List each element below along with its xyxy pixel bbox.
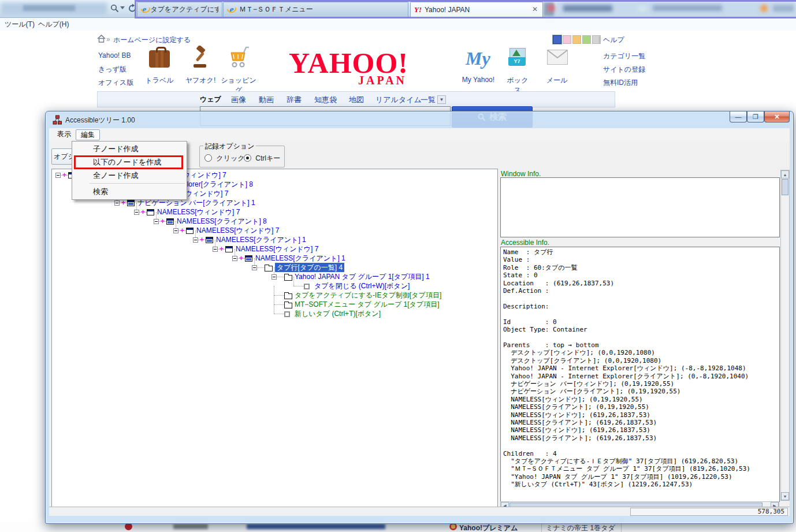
tree-node-label[interactable]: NAMELESS[ウィンドウ] 7: [236, 244, 318, 254]
tree-node-label[interactable]: タブを閉じる (Ctrl+W)[ボタン]: [314, 281, 410, 291]
browser-tab-activate[interactable]: e タブをアクティブにする-Ｉ…: [137, 2, 222, 17]
close-button[interactable]: ✕: [764, 111, 790, 122]
tree-node-label[interactable]: NAMELESS[クライアント] 1: [216, 235, 306, 244]
tree-node-label[interactable]: タブ行[タブの一覧] 4: [275, 263, 344, 272]
link-yahoo-bb[interactable]: Yahoo! BB: [98, 51, 131, 59]
title-bar[interactable]: Accessibleツリー 1.00 — ❐ ✕: [46, 111, 793, 129]
search-tab-web[interactable]: ウェブ: [200, 95, 221, 105]
menu-item-create-nodes-below[interactable]: 以下のノードを作成: [72, 155, 187, 169]
vertical-scrollbar[interactable]: ▲ ▼: [780, 170, 790, 501]
my-yahoo-icon[interactable]: My: [466, 48, 490, 69]
tree-node-label[interactable]: NAMELESS[ウィンドウ] 7: [196, 226, 279, 235]
radio-ctrl-key[interactable]: Ctrlキー: [244, 154, 280, 163]
tree-node[interactable]: +NAMELESS[クライアント] 1: [52, 254, 497, 263]
tree-expand-toggle[interactable]: [213, 247, 218, 252]
menu-item-search[interactable]: 検索: [72, 185, 187, 198]
ie-icon: e: [227, 5, 236, 15]
tree-expand-toggle[interactable]: [114, 200, 120, 206]
yahoo-logo[interactable]: YAHOO! JAPAN: [289, 49, 439, 77]
search-tab-images[interactable]: 画像: [231, 95, 246, 105]
tree-expand-toggle[interactable]: [134, 210, 139, 215]
menu-item-create-all-nodes[interactable]: 全ノード作成: [72, 169, 187, 182]
tree-node-label[interactable]: NAMELESS[クライアント] 8: [177, 217, 267, 226]
tree-node-label[interactable]: MT−SOFTメニュー タブ グループ 1[タブ項目]: [295, 300, 440, 309]
tab-close-icon[interactable]: ✕: [532, 5, 538, 13]
tree-node-label[interactable]: Yahoo! JAPAN タブ グループ 1[タブ項目] 1: [295, 272, 430, 281]
link-kids[interactable]: きっず版: [98, 65, 127, 75]
link-category[interactable]: カテゴリ一覧: [603, 51, 645, 61]
cart-icon[interactable]: [226, 46, 251, 71]
tree-node-label[interactable]: NAMELESS[クライアント] 1: [255, 254, 345, 263]
menu-edit[interactable]: 編集: [76, 129, 100, 140]
tree-node[interactable]: +NAMELESS[ウィンドウ] 7: [52, 207, 497, 217]
scroll-up-icon[interactable]: ▲: [781, 170, 789, 178]
options-button[interactable]: オプシ: [51, 148, 73, 165]
menu-help[interactable]: ヘルプ(H): [38, 20, 69, 29]
radio-click[interactable]: クリック: [204, 154, 244, 163]
theme-blue[interactable]: [553, 35, 561, 44]
vertical-scroll-thumb[interactable]: [782, 179, 788, 195]
tree-expand-toggle[interactable]: [252, 265, 257, 270]
scroll-down-icon[interactable]: ▼: [781, 492, 789, 500]
search-tab-map[interactable]: 地図: [349, 95, 364, 105]
tree-node-label[interactable]: NAMELESS[ウィンドウ] 7: [157, 207, 240, 217]
tree-node[interactable]: MT−SOFTメニュー タブ グループ 1[タブ項目]: [52, 300, 497, 309]
tree-node[interactable]: +NAMELESS[ウィンドウ] 7: [52, 244, 497, 254]
yahoo-help-link[interactable]: ヘルプ: [603, 35, 624, 45]
tree-expand-toggle[interactable]: [232, 256, 237, 261]
set-homepage-link[interactable]: ホームページに設定する: [113, 35, 191, 45]
link-office[interactable]: オフィス版: [98, 78, 133, 88]
minimize-button[interactable]: —: [730, 111, 747, 122]
search-tab-list[interactable]: 一覧: [421, 95, 436, 105]
tree-node[interactable]: 新しいタブ (Ctrl+T)[ボタン]: [52, 309, 497, 318]
tree-expand-toggle[interactable]: [154, 219, 159, 224]
menu-tools[interactable]: ツール(T): [5, 20, 35, 29]
search-tab-dictionary[interactable]: 辞書: [287, 95, 302, 105]
link-free-id[interactable]: 無料ID活用: [603, 78, 638, 88]
theme-pink[interactable]: [563, 35, 571, 44]
service-label-myyahoo[interactable]: My Yahoo!: [460, 76, 497, 84]
theme-color-squares[interactable]: [553, 35, 602, 46]
browser-tab-yahoo[interactable]: Y! Yahoo! JAPAN ✕: [410, 2, 543, 17]
tree-panel[interactable]: +Yahoo! JAPAN - Internet Explorer[ウィンドウ]…: [51, 169, 498, 511]
home-icon[interactable]: [97, 35, 106, 43]
browser-tab-mtsoft[interactable]: e ＭＴ−ＳＯＦＴメニュー: [223, 2, 408, 17]
refresh-icon[interactable]: [128, 3, 137, 13]
search-tab-video[interactable]: 動画: [259, 95, 274, 105]
tree-node[interactable]: タブを閉じる (Ctrl+W)[ボタン]: [52, 281, 497, 291]
premium-link[interactable]: Yahoo!プレミアム: [459, 523, 518, 532]
list-dropdown-icon[interactable]: ▼: [437, 95, 446, 104]
service-label-mail[interactable]: メール: [543, 76, 571, 85]
menu-item-create-child-node[interactable]: 子ノード作成: [72, 142, 187, 155]
mail-icon[interactable]: [547, 50, 568, 65]
service-label-auction[interactable]: ヤフオク!: [184, 76, 217, 85]
theme-green[interactable]: [582, 35, 591, 44]
tree-expand-toggle[interactable]: [55, 173, 61, 178]
search-icon[interactable]: [110, 4, 119, 13]
tree-node[interactable]: タブをアクティブにする-IEタブ制御[タブ項目]: [52, 291, 497, 300]
tree-node[interactable]: +NAMELESS[ウィンドウ] 7: [52, 226, 497, 235]
tree-node[interactable]: Yahoo! JAPAN タブ グループ 1[タブ項目] 1: [52, 272, 497, 281]
box-icon[interactable]: Y7: [508, 48, 526, 66]
theme-orange[interactable]: [572, 35, 581, 44]
tree-expand-toggle[interactable]: [173, 228, 178, 233]
radio-ctrl-icon[interactable]: [244, 154, 251, 162]
promo-link[interactable]: ミナミの帝王 1巻タダ: [546, 523, 615, 532]
tree-node-label[interactable]: タブをアクティブにする-IEタブ制御[タブ項目]: [295, 291, 441, 300]
search-dropdown-icon[interactable]: [120, 6, 125, 9]
gavel-icon[interactable]: [189, 46, 212, 70]
tree-node[interactable]: +NAMELESS[クライアント] 1: [52, 235, 497, 244]
tree-node[interactable]: +NAMELESS[クライアント] 8: [52, 217, 497, 226]
tree-node-label[interactable]: 新しいタブ (Ctrl+T)[ボタン]: [295, 309, 381, 318]
suitcase-icon[interactable]: [149, 50, 170, 68]
radio-click-icon[interactable]: [204, 154, 212, 162]
search-tab-chiebukuro[interactable]: 知恵袋: [314, 95, 337, 105]
service-label-travel[interactable]: トラベル: [143, 76, 176, 85]
tree-node[interactable]: タブ行[タブの一覧] 4: [52, 263, 497, 272]
search-tab-realtime[interactable]: リアルタイム: [375, 95, 422, 105]
link-register-site[interactable]: サイトの登録: [603, 65, 645, 75]
restore-button[interactable]: ❐: [747, 111, 764, 122]
tree-expand-toggle[interactable]: [271, 274, 277, 280]
menu-view[interactable]: 表示: [53, 129, 76, 139]
tree-expand-toggle[interactable]: [193, 237, 198, 243]
